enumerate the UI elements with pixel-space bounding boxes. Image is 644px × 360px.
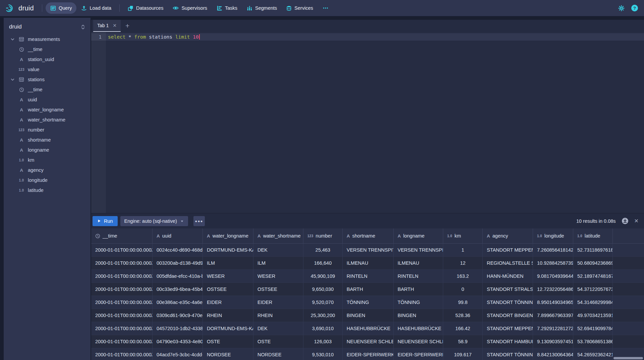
cell-uuid[interactable]: 00c33ed9-6bea-45b4-a [153,283,203,296]
cell-water_longname[interactable]: OSTE [203,335,253,348]
cell-uuid[interactable]: 0309cd61-90c9-470e-a [153,309,203,322]
tree-item-uuid[interactable]: Auuid [4,95,91,105]
tree-item-longname[interactable]: Alongname [4,145,91,155]
col-header-agency[interactable]: Aagency [483,228,533,243]
cell-uuid[interactable]: 0024cc40-d690-468d-a [153,244,203,256]
nav-services[interactable]: Services [282,2,318,14]
tree-item-stations[interactable]: stations [4,74,91,85]
col-header-latitude[interactable]: 1.0latitude [573,228,613,243]
cell-__time[interactable]: 2000-01-01T00:00:00.000Z [91,322,153,335]
col-header-longitude[interactable]: 1.0longitude [533,228,573,243]
cell-number[interactable]: 9,520,070 [303,296,343,309]
cell-number[interactable]: 9,650,030 [303,283,343,296]
tab-1[interactable]: Tab 1 ✕ [93,20,121,32]
cell-water_longname[interactable]: RHEIN [203,309,253,322]
brand[interactable]: druid [5,3,34,13]
tree-item-agency[interactable]: Aagency [4,165,91,175]
col-header-shortname[interactable]: Ashortname [343,228,394,243]
run-button[interactable]: Run [93,216,118,226]
chevron-down-icon[interactable] [10,78,15,82]
cell-latitude[interactable]: 52.7311869761806 [573,244,613,256]
cell-km[interactable]: 528.36 [443,309,483,322]
cell-agency[interactable]: STANDORT BINGEN [483,309,533,322]
help-icon[interactable]: ? [631,5,638,11]
cell-agency[interactable]: STANDORT MEPPEN [483,322,533,335]
cell-km[interactable]: 12 [443,257,483,269]
cell-water_shortname[interactable]: RHEIN [253,309,303,322]
add-tab-button[interactable]: + [121,20,134,32]
cell-longname[interactable]: NEUENSEER SCHLEUSE [394,335,443,348]
chevron-down-icon[interactable] [10,37,15,42]
cell-number[interactable]: 126,003 [303,335,343,348]
cell-km[interactable]: 1 [443,244,483,256]
cell-latitude[interactable]: 52.694190997841 [573,322,613,335]
cell-agency[interactable]: STANDORT TÖNNING [483,348,533,360]
cell-uuid[interactable]: 04acd7e5-3cbc-4cdd-b [153,348,203,360]
cell-water_longname[interactable]: OSTSEE [203,283,253,296]
cell-number[interactable]: 166,640 [303,257,343,269]
close-results-icon[interactable]: ✕ [634,218,639,224]
nav-datasources[interactable]: Datasources [123,2,168,14]
cell-__time[interactable]: 2000-01-01T00:00:00.000Z [91,283,153,296]
cell-longitude[interactable]: 8.9501490349654 [533,296,573,309]
cell-shortname[interactable]: RINTELN [343,270,394,282]
col-header-__time[interactable]: __time [91,228,153,243]
col-header-water_shortname[interactable]: Awater_shortname [253,228,303,243]
cell-__time[interactable]: 2000-01-01T00:00:00.000Z [91,296,153,309]
cell-water_longname[interactable]: NORDSEE [203,348,253,360]
cell-shortname[interactable]: HASEHUBBRÜCKE [343,322,394,335]
cell-km[interactable]: 109.617 [443,348,483,360]
download-icon[interactable] [622,217,629,224]
cell-longname[interactable]: RINTELN [394,270,443,282]
cell-uuid[interactable]: 04572010-1db2-4338-a [153,322,203,335]
tree-item-number[interactable]: 123number [4,125,91,135]
cell-km[interactable]: 0 [443,283,483,296]
engine-select[interactable]: Engine: auto (sql-native) [120,216,188,226]
tree-item-water_shortname[interactable]: Awater_shortname [4,115,91,125]
cell-water_longname[interactable]: DORTMUND-EMS-KANAL [203,244,253,256]
cell-water_longname[interactable]: ILM [203,257,253,269]
nav-tasks[interactable]: Tasks [212,2,242,14]
double-caret-icon[interactable] [81,24,85,30]
cell-longitude[interactable]: 12.723220564867 [533,283,573,296]
cell-shortname[interactable]: NEUENSEER SCHLEUSE [343,335,394,348]
cell-latitude[interactable]: 52.189747481678 [573,270,613,282]
cell-shortname[interactable]: ILMENAU [343,257,394,269]
sql-query-text[interactable]: select * from stations limit 10 [108,33,200,41]
cell-number[interactable]: 9,530,010 [303,348,343,360]
cell-agency[interactable]: STANDORT TÖNNING [483,296,533,309]
cell-uuid[interactable]: 003200ab-d138-49d9-a [153,257,203,269]
col-header-km[interactable]: 1.0km [443,228,483,243]
cell-km[interactable]: 166.42 [443,322,483,335]
cell-longname[interactable]: ILMENAU [394,257,443,269]
cell-uuid[interactable]: 00e386ac-e35c-4a6e-a [153,296,203,309]
cell-agency[interactable]: STANDORT MEPPEN [483,244,533,256]
cell-longitude[interactable]: 9.08170493964460 [533,270,573,282]
nav-more[interactable] [318,2,333,14]
cell-number[interactable]: 45,900,109 [303,270,343,282]
tree-item-longitude[interactable]: 1.0longitude [4,175,91,185]
cell-shortname[interactable]: EIDER-SPERRWERK AP [343,348,394,360]
cell-shortname[interactable]: VERSEN TRENNSPITZE [343,244,394,256]
cell-longitude[interactable]: 9.1309035974510 [533,335,573,348]
cell-longname[interactable]: HASEHUBBRÜCKE [394,322,443,335]
col-header-number[interactable]: 123number [303,228,343,243]
cell-water_shortname[interactable]: WESER [253,270,303,282]
cell-km[interactable]: 58.9 [443,335,483,348]
cell-latitude[interactable]: 53.780686513861 [573,335,613,348]
tree-item-station_uuid[interactable]: Astation_uuid [4,54,91,64]
cell-__time[interactable]: 2000-01-01T00:00:00.000Z [91,270,153,282]
cell-water_longname[interactable]: WESER [203,270,253,282]
horizontal-scrollbar[interactable] [613,357,643,359]
cell-number[interactable]: 25,300,200 [303,309,343,322]
cell-water_longname[interactable]: EIDER [203,296,253,309]
cell-shortname[interactable]: TÖNNING [343,296,394,309]
cell-agency[interactable]: STANDORT STRALSUND [483,283,533,296]
cell-longitude[interactable]: 8.8421300643644 [533,348,573,360]
cell-longname[interactable]: BARTH [394,283,443,296]
settings-gear-icon[interactable] [618,5,625,11]
nav-segments[interactable]: Segments [242,2,282,14]
cell-km[interactable]: 163.2 [443,270,483,282]
cell-uuid[interactable]: 005dfdae-efcc-410a-b [153,270,203,282]
cell-__time[interactable]: 2000-01-01T00:00:00.000Z [91,309,153,322]
